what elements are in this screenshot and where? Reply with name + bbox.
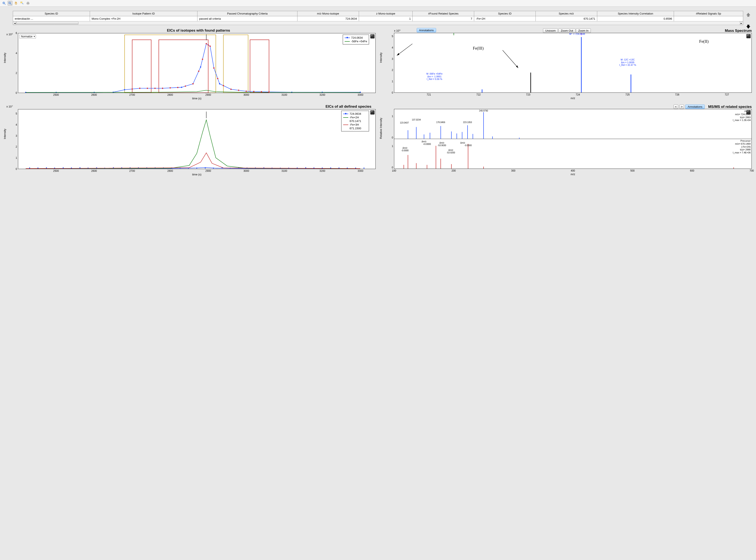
- unzoom-button[interactable]: Unzoom: [543, 28, 558, 33]
- chart2-xlabel: m/z: [571, 97, 575, 100]
- svg-point-58: [245, 91, 247, 92]
- chart1-plot-area[interactable]: Normalize▼ 724.0634 -56Fe +54Fe: [18, 33, 376, 93]
- chart3-yexp: x 10⁷: [6, 105, 13, 108]
- col-passed-criteria[interactable]: Passed Chromatography Criteria: [197, 11, 297, 16]
- chart1-ylabel: Intensity: [3, 53, 6, 63]
- zoom-out-icon[interactable]: [8, 1, 13, 5]
- svg-point-49: [202, 59, 203, 60]
- chart2-yaxis: Intensity 0 1 2 3 4 5: [380, 33, 394, 93]
- popout-icon[interactable]: [747, 34, 751, 38]
- col-species-mz[interactable]: Species m/z: [536, 11, 597, 16]
- zoom-in-icon[interactable]: [2, 1, 6, 5]
- popout-icon[interactable]: [747, 110, 751, 114]
- chart4-title: MS/MS of related species: [708, 105, 752, 109]
- annotations-button[interactable]: Annotations: [417, 28, 436, 33]
- col-found-related[interactable]: #Found Related Species: [413, 11, 474, 16]
- legend3-fe2h-a: -Fe+2H: [350, 116, 359, 119]
- dropdown-icon: ▼: [33, 36, 35, 38]
- svg-point-50: [205, 43, 207, 44]
- chart2-ylabel: Intensity: [379, 53, 382, 63]
- col-intensity-corr[interactable]: Species Intensity Correlation: [597, 11, 674, 16]
- svg-rect-95: [213, 167, 214, 169]
- scroll-left-icon[interactable]: ◂: [13, 21, 17, 25]
- prev-button[interactable]: <: [674, 104, 678, 109]
- svg-point-43: [162, 87, 163, 89]
- col-z-mono[interactable]: z Mono-isotope: [359, 11, 413, 16]
- print-icon[interactable]: [26, 1, 31, 5]
- svg-point-47: [192, 83, 194, 84]
- fe3-label: Fe(III): [473, 46, 484, 51]
- fe2-label: Fe(II): [699, 39, 709, 44]
- chart-eic-all-species: EICs of all defined species x 10⁷ Intens…: [3, 103, 377, 178]
- next-button[interactable]: >: [679, 104, 684, 109]
- svg-point-45: [177, 87, 178, 88]
- data-cursor-icon[interactable]: [20, 1, 24, 5]
- col-species-id[interactable]: Species ID: [13, 11, 90, 16]
- svg-point-60: [261, 91, 262, 92]
- chart1-title: EICs of isotopes with found patterns: [21, 28, 376, 33]
- chart4-ylabel: Relative Intensity: [379, 118, 382, 139]
- chart1-legend: 724.0634 -56Fe +54Fe: [343, 35, 369, 44]
- svg-rect-10: [27, 2, 28, 3]
- normalize-select[interactable]: Normalize▼: [19, 35, 36, 38]
- col-isotope-pattern[interactable]: Isotope Pattern ID: [90, 11, 197, 16]
- cell-corr: 0.8596: [597, 16, 674, 21]
- chart3-plot-area[interactable]: 724.0634 -Fe+2H 670.1471 -Fe+3H 671.1500: [18, 109, 376, 169]
- scroll-right-icon[interactable]: ▸: [739, 21, 743, 25]
- peak-left-label: M -56Fe +54FeΔm = -1.9951I_Rel = 5.56 %: [426, 73, 442, 81]
- svg-rect-7: [21, 2, 22, 3]
- scroll-track[interactable]: [17, 22, 739, 24]
- col-species-id2[interactable]: Species ID: [474, 11, 536, 16]
- chart3-xlabel: time (s): [192, 173, 201, 176]
- chart3-ylabel: Intensity: [3, 129, 6, 139]
- chart1-xlabel: time (s): [192, 97, 201, 100]
- chart2-plot-area[interactable]: Fe(III) Fe(II) M⁺ = 724.0648 M -56Fe +54…: [394, 33, 752, 93]
- zoom-in-button[interactable]: Zoom In: [576, 28, 591, 33]
- svg-point-59: [253, 91, 255, 92]
- chart4-xlabel: m/z: [571, 173, 575, 176]
- table-row[interactable]: enterobactin ... Mono Complex +Fe-2H pas…: [13, 16, 743, 21]
- svg-rect-28: [200, 66, 201, 68]
- toolbar: [0, 0, 756, 7]
- svg-point-41: [147, 87, 148, 89]
- svg-point-57: [238, 89, 239, 91]
- row-up-icon[interactable]: [745, 12, 751, 18]
- svg-rect-18: [250, 40, 269, 93]
- cell-sp-mz: 670.1471: [536, 16, 597, 21]
- svg-point-55: [223, 85, 224, 86]
- chart4-plot-area[interactable]: Precum/z= 724.0649t(s)= 2883I_max = 1.2E…: [394, 109, 752, 169]
- scroll-thumb[interactable]: [17, 22, 78, 24]
- pan-icon[interactable]: [14, 1, 18, 5]
- chart3-title: EICs of all defined species: [21, 104, 371, 109]
- svg-point-54: [217, 78, 218, 79]
- popout-icon[interactable]: [370, 34, 375, 38]
- zoom-out-button[interactable]: Zoom Out: [558, 28, 575, 33]
- peak-main-label: M⁺ = 724.0648: [569, 33, 585, 36]
- legend-56fe: -56Fe +54Fe: [351, 40, 367, 43]
- h-scrollbar[interactable]: ◂ ▸: [13, 21, 743, 25]
- annotations-button-2[interactable]: Annotations: [685, 104, 705, 109]
- chart3-yaxis: Intensity 0 1 2 3 4 5: [4, 109, 18, 169]
- svg-line-1: [4, 4, 5, 5]
- svg-marker-12: [747, 13, 751, 17]
- legend3-724: 724.0634: [350, 112, 361, 115]
- svg-rect-11: [27, 4, 28, 5]
- col-mz-mono[interactable]: m/z Mono-isotope: [297, 11, 359, 16]
- svg-point-48: [198, 71, 199, 72]
- cell-related-signals: [674, 16, 743, 21]
- popout-icon[interactable]: [370, 110, 375, 115]
- cell-species-id: enterobactin ...: [13, 16, 90, 21]
- svg-rect-93: [196, 167, 197, 169]
- svg-point-39: [132, 88, 133, 90]
- svg-rect-16: [132, 40, 151, 93]
- chart4-yaxis: Relative Intensity 0 1 0 1: [380, 109, 394, 169]
- svg-point-44: [170, 87, 171, 88]
- legend3-fe3h-a: -Fe+3H: [350, 123, 359, 126]
- legend3-fe2h-b: 670.1471: [350, 119, 361, 123]
- cell-passed: passed all criteria: [197, 16, 297, 21]
- chart2-yexp: x 10⁵: [394, 29, 400, 32]
- svg-point-61: [268, 91, 270, 93]
- svg-line-5: [11, 4, 12, 5]
- col-related-signals[interactable]: #Related Signals Sp: [674, 11, 743, 16]
- svg-point-40: [139, 87, 140, 89]
